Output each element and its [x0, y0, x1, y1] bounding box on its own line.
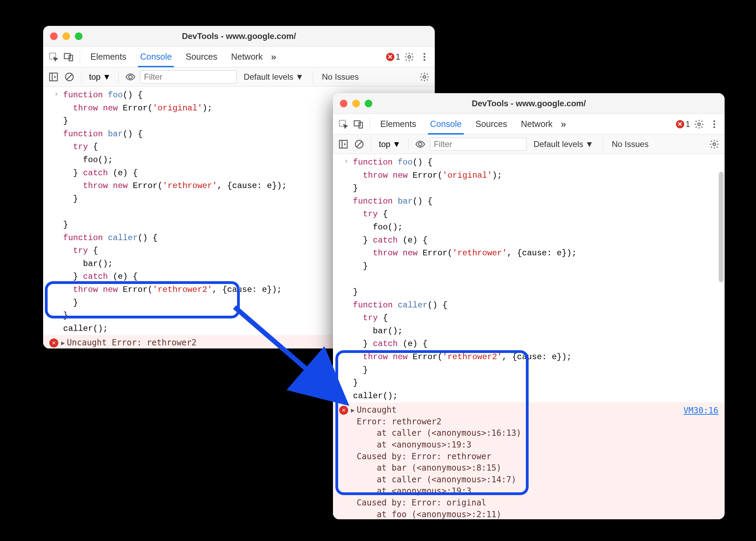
code-line: try { — [63, 245, 98, 257]
separator — [81, 71, 81, 83]
sidebar-toggle-icon[interactable] — [337, 138, 350, 150]
svg-point-25 — [713, 143, 716, 146]
tab-sources[interactable]: Sources — [470, 114, 513, 135]
kebab-menu-icon[interactable] — [708, 118, 720, 130]
svg-point-11 — [129, 75, 132, 79]
code-line: } — [63, 115, 68, 127]
error-message: Uncaught Error: rethrower2 at caller (<a… — [67, 337, 232, 348]
code-line: } — [353, 364, 368, 376]
error-icon: ✕ — [49, 338, 58, 347]
code-line: } — [353, 377, 358, 389]
more-tabs-icon[interactable]: » — [271, 51, 276, 62]
chevron-down-icon: ▼ — [295, 72, 304, 82]
expand-triangle-icon[interactable]: ▶ — [61, 339, 65, 348]
issues-indicator[interactable]: No Issues — [608, 139, 652, 149]
expand-triangle-icon[interactable]: ▶ — [351, 406, 355, 415]
traffic-lights — [50, 32, 82, 40]
context-label: top — [379, 139, 390, 149]
separator — [313, 71, 313, 83]
tab-network[interactable]: Network — [226, 47, 268, 67]
tab-sources[interactable]: Sources — [180, 47, 223, 67]
tab-network[interactable]: Network — [516, 114, 558, 135]
console-body: ›function foo() { throw new Error('origi… — [333, 154, 725, 519]
live-expression-icon[interactable] — [414, 138, 426, 150]
log-levels-selector[interactable]: Default levels ▼ — [530, 139, 597, 149]
close-window-button[interactable] — [340, 100, 347, 107]
code-line: throw new Error('rethrower2', {cause: e}… — [353, 351, 572, 363]
zoom-window-button[interactable] — [75, 32, 82, 40]
settings-gear-icon[interactable] — [403, 51, 415, 63]
inspect-element-icon[interactable] — [337, 118, 350, 130]
code-line: try { — [63, 141, 98, 153]
code-line: function caller() { — [353, 299, 448, 311]
close-window-button[interactable] — [50, 32, 58, 40]
tab-console[interactable]: Console — [135, 47, 177, 67]
more-tabs-icon[interactable]: » — [561, 119, 566, 130]
code-line: bar(); — [353, 325, 403, 337]
filter-input[interactable] — [430, 138, 527, 151]
code-line: throw new Error('rethrower2', {cause: e}… — [63, 284, 282, 296]
source-link[interactable]: VM30:16 — [684, 405, 718, 417]
svg-point-19 — [714, 126, 715, 128]
zoom-window-button[interactable] — [365, 100, 372, 107]
settings-gear-icon[interactable] — [693, 118, 705, 130]
titlebar: DevTools - www.google.com/ — [333, 93, 725, 114]
error-count-badge[interactable]: ✕ 1 — [676, 119, 690, 129]
code-line: caller(); — [353, 390, 398, 402]
context-selector[interactable]: top ▼ — [377, 139, 403, 149]
expand-icon[interactable]: › — [339, 157, 353, 168]
error-count-badge[interactable]: ✕ 1 — [386, 52, 400, 62]
tab-console[interactable]: Console — [424, 114, 467, 135]
filter-input[interactable] — [140, 70, 237, 83]
traffic-lights — [340, 100, 372, 107]
svg-point-3 — [408, 56, 411, 58]
titlebar: DevTools - www.google.com/ — [43, 26, 435, 47]
svg-rect-20 — [340, 140, 347, 148]
console-error-entry[interactable]: ✕ ▶ Uncaught Error: rethrower2 at caller… — [333, 402, 725, 519]
code-line: function foo() { — [353, 157, 432, 168]
error-icon: ✕ — [339, 406, 348, 415]
device-toolbar-icon[interactable] — [62, 51, 75, 63]
clear-console-icon[interactable] — [63, 71, 76, 83]
console-settings-gear-icon[interactable] — [418, 71, 431, 83]
kebab-menu-icon[interactable] — [418, 51, 431, 63]
code-line: } — [63, 310, 68, 322]
code-line: } — [63, 219, 68, 231]
svg-line-10 — [67, 74, 72, 79]
clear-console-icon[interactable] — [353, 138, 365, 150]
code-line: } catch (e) { — [63, 167, 138, 179]
code-line: } — [353, 286, 358, 298]
log-levels-selector[interactable]: Default levels ▼ — [240, 72, 307, 82]
sidebar-toggle-icon[interactable] — [47, 71, 60, 83]
code-line: } — [353, 183, 358, 194]
inspect-element-icon[interactable] — [47, 51, 60, 63]
minimize-window-button[interactable] — [62, 32, 70, 40]
svg-point-5 — [424, 56, 425, 58]
tab-elements[interactable]: Elements — [85, 47, 132, 67]
context-selector[interactable]: top ▼ — [87, 72, 113, 82]
separator — [408, 138, 409, 150]
svg-point-12 — [423, 76, 426, 78]
live-expression-icon[interactable] — [124, 71, 137, 83]
expand-icon[interactable]: › — [49, 89, 63, 101]
devtools-tabbar: Elements Console Sources Network » ✕ 1 — [333, 114, 725, 135]
minimize-window-button[interactable] — [352, 100, 360, 107]
separator — [118, 71, 119, 83]
issues-indicator[interactable]: No Issues — [318, 72, 362, 82]
tab-elements[interactable]: Elements — [375, 114, 422, 135]
window-title: DevTools - www.google.com/ — [182, 31, 296, 41]
console-settings-gear-icon[interactable] — [708, 138, 720, 150]
scrollbar-thumb[interactable] — [719, 172, 724, 282]
separator — [370, 118, 370, 130]
code-line: } catch (e) { — [63, 271, 138, 283]
code-line: } — [63, 297, 78, 309]
console-filterbar: top ▼ Default levels ▼ No Issues — [333, 135, 725, 154]
error-message: Uncaught Error: rethrower2 at caller (<a… — [357, 404, 521, 519]
chevron-down-icon: ▼ — [102, 72, 111, 82]
code-line — [63, 206, 68, 218]
context-label: top — [89, 72, 100, 82]
levels-label: Default levels — [533, 139, 583, 149]
device-toolbar-icon[interactable] — [352, 118, 365, 130]
svg-point-24 — [419, 142, 422, 146]
code-line: throw new Error('original'); — [63, 102, 212, 114]
